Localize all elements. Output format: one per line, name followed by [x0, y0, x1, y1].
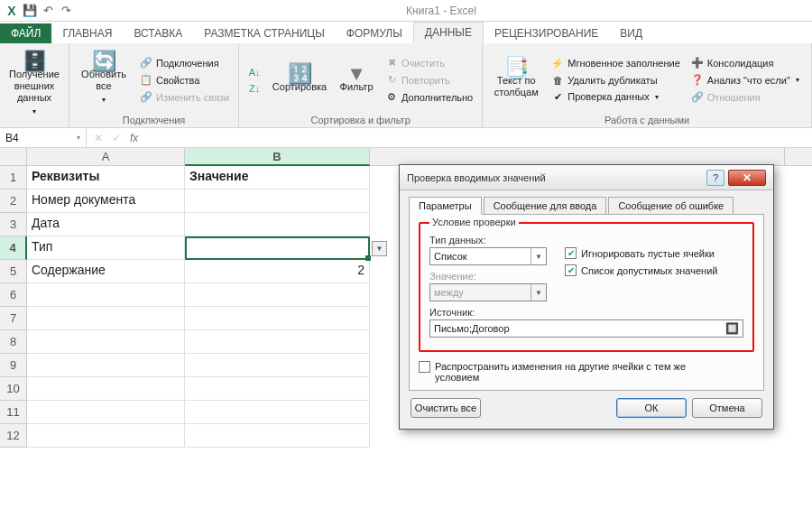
- remove-dup-icon: 🗑: [551, 75, 564, 86]
- cell-B3[interactable]: [185, 213, 370, 236]
- tab-parameters[interactable]: Параметры: [409, 197, 482, 215]
- tab-formulas[interactable]: ФОРМУЛЫ: [336, 23, 413, 43]
- data-validation-dialog: Проверка вводимых значений ? ✕ Параметры…: [399, 164, 774, 430]
- dropdown-list-checkbox[interactable]: ✔ Список допустимых значений: [565, 264, 717, 276]
- cell-B9[interactable]: [185, 354, 370, 377]
- ok-button[interactable]: ОК: [616, 398, 687, 418]
- name-box[interactable]: B4 ▾: [0, 128, 87, 147]
- cell-A3[interactable]: Дата: [27, 213, 185, 236]
- tab-view[interactable]: ВИД: [609, 23, 653, 43]
- cancel-button[interactable]: Отмена: [692, 398, 762, 418]
- clear-filter-button[interactable]: ✖Очистить: [382, 55, 476, 70]
- save-icon[interactable]: 💾: [22, 3, 38, 19]
- cell-A4[interactable]: Тип: [27, 236, 185, 260]
- cell-A12[interactable]: [27, 424, 185, 448]
- advanced-filter-button[interactable]: ⚙Дополнительно: [382, 89, 476, 105]
- remove-duplicates-button[interactable]: 🗑Удалить дубликаты: [548, 73, 684, 88]
- connections-button[interactable]: 🔗Подключения: [136, 55, 233, 70]
- text-to-columns-button[interactable]: 📑 Текст по столбцам: [488, 60, 544, 100]
- row-header-7[interactable]: 7: [0, 307, 27, 330]
- row-header-5[interactable]: 5: [0, 260, 27, 283]
- properties-button[interactable]: 📋Свойства: [136, 72, 233, 88]
- condition-legend: Условие проверки: [429, 217, 519, 227]
- cells-area[interactable]: Реквизиты Значение Номер документа Дата …: [27, 166, 370, 448]
- tab-home[interactable]: ГЛАВНАЯ: [51, 23, 123, 43]
- relations-button[interactable]: 🔗Отношения: [687, 89, 803, 105]
- row-header-2[interactable]: 2: [0, 190, 27, 213]
- flash-fill-button[interactable]: ⚡Мгновенное заполнение: [548, 56, 684, 71]
- col-header-H[interactable]: H: [785, 148, 812, 166]
- undo-icon[interactable]: ↶: [40, 3, 56, 19]
- row-header-8[interactable]: 8: [0, 330, 27, 354]
- data-validation-button[interactable]: ✔Проверка данных▾: [548, 89, 684, 105]
- cell-B7[interactable]: [185, 307, 370, 330]
- dialog-titlebar[interactable]: Проверка вводимых значений ? ✕: [400, 165, 773, 190]
- get-external-data-button[interactable]: 🗄️ Получение внешних данных ▾: [5, 53, 63, 119]
- help-button[interactable]: ?: [706, 170, 724, 186]
- group-connections-label: Подключения: [75, 113, 233, 125]
- cell-B10[interactable]: [185, 377, 370, 401]
- cell-B5[interactable]: 2: [185, 260, 370, 283]
- tab-file[interactable]: ФАЙЛ: [0, 23, 51, 43]
- tab-page-layout[interactable]: РАЗМЕТКА СТРАНИЦЫ: [193, 23, 336, 43]
- fx-icon[interactable]: fx: [130, 132, 138, 144]
- source-input[interactable]: Письмо;Договор 🔲: [429, 319, 743, 338]
- cell-A5[interactable]: Содержание: [27, 260, 185, 283]
- validation-dropdown-button[interactable]: ▼: [372, 241, 387, 256]
- cell-A1[interactable]: Реквизиты: [27, 166, 185, 190]
- select-all-corner[interactable]: [0, 148, 27, 166]
- consolidate-button[interactable]: ➕Консолидация: [687, 55, 803, 70]
- filter-icon: ▼: [346, 68, 366, 79]
- ignore-blank-checkbox[interactable]: ✔ Игнорировать пустые ячейки: [565, 247, 717, 259]
- cell-A7[interactable]: [27, 307, 185, 330]
- row-header-11[interactable]: 11: [0, 401, 27, 424]
- cell-B2[interactable]: [185, 190, 370, 213]
- cell-B12[interactable]: [185, 424, 370, 448]
- cell-A2[interactable]: Номер документа: [27, 190, 185, 213]
- close-button[interactable]: ✕: [728, 170, 766, 186]
- col-header-B[interactable]: B: [185, 148, 370, 166]
- cell-A8[interactable]: [27, 330, 185, 354]
- cell-A10[interactable]: [27, 377, 185, 401]
- tab-input-message[interactable]: Сообщение для ввода: [484, 197, 607, 215]
- clear-all-button[interactable]: Очистить все: [411, 398, 481, 418]
- row-header-4[interactable]: 4: [0, 236, 27, 260]
- type-combo[interactable]: Список ▼: [429, 247, 547, 265]
- row-header-9[interactable]: 9: [0, 354, 27, 377]
- whatif-button[interactable]: ❓Анализ "что если"▾: [687, 72, 803, 88]
- quick-access-toolbar: X 💾 ↶ ↷: [4, 3, 74, 19]
- row-header-12[interactable]: 12: [0, 424, 27, 448]
- cell-B1[interactable]: Значение: [185, 166, 370, 190]
- sort-desc-button[interactable]: Z↓: [245, 81, 264, 96]
- filter-button[interactable]: ▼ Фильтр: [335, 66, 378, 95]
- tab-data[interactable]: ДАННЫЕ: [413, 22, 484, 43]
- tab-insert[interactable]: ВСТАВКА: [123, 23, 193, 43]
- cancel-icon[interactable]: ✕: [94, 132, 103, 144]
- refresh-all-button[interactable]: 🔄 Обновить все ▾: [75, 53, 133, 107]
- propagate-checkbox[interactable]: Распространить изменения на другие ячейк…: [419, 361, 754, 383]
- range-picker-icon[interactable]: 🔲: [725, 322, 739, 335]
- sort-button[interactable]: 🔢 Сортировка: [268, 66, 331, 95]
- tab-review[interactable]: РЕЦЕНЗИРОВАНИЕ: [484, 23, 609, 43]
- row-header-3[interactable]: 3: [0, 213, 27, 236]
- group-data-tools-label: Работа с данными: [488, 113, 806, 125]
- cell-B8[interactable]: [185, 330, 370, 354]
- edit-links-button[interactable]: 🔗Изменить связи: [136, 89, 233, 105]
- col-header-gap: [370, 148, 785, 166]
- redo-icon[interactable]: ↷: [58, 3, 74, 19]
- cell-B11[interactable]: [185, 401, 370, 424]
- cell-B6[interactable]: [185, 283, 370, 307]
- col-header-A[interactable]: A: [27, 148, 185, 166]
- cell-B4[interactable]: [185, 236, 370, 260]
- row-header-6[interactable]: 6: [0, 283, 27, 307]
- sort-desc-icon: Z↓: [248, 83, 261, 94]
- tab-error-message[interactable]: Сообщение об ошибке: [608, 197, 734, 215]
- cell-A6[interactable]: [27, 283, 185, 307]
- accept-icon[interactable]: ✓: [112, 132, 121, 144]
- cell-A9[interactable]: [27, 354, 185, 377]
- sort-asc-button[interactable]: A↓: [245, 65, 264, 79]
- cell-A11[interactable]: [27, 401, 185, 424]
- row-header-10[interactable]: 10: [0, 377, 27, 401]
- row-header-1[interactable]: 1: [0, 166, 27, 190]
- reapply-button[interactable]: ↻Повторить: [382, 72, 476, 88]
